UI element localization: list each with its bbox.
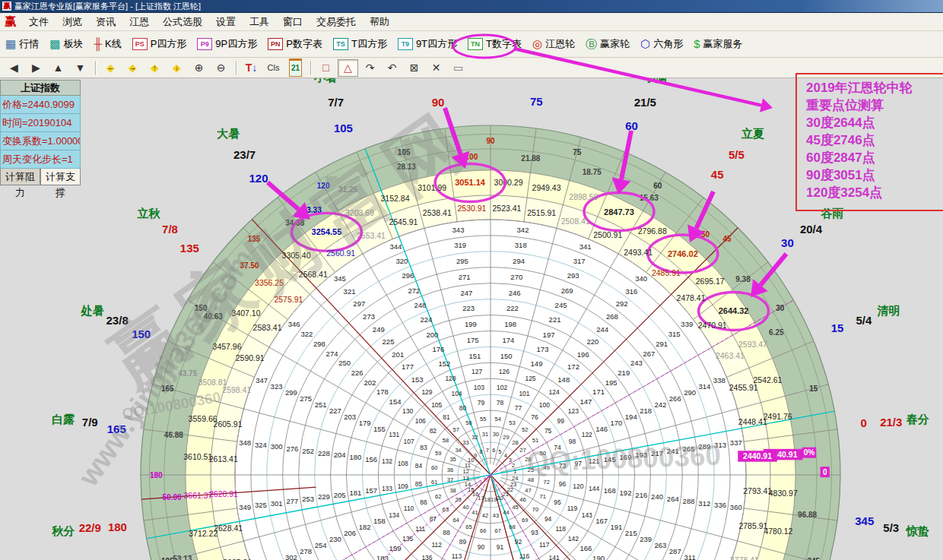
square-tool-button[interactable]: □ [316, 59, 336, 77]
svg-text:270: 270 [510, 273, 522, 281]
page-next-button[interactable]: ▶ [26, 59, 46, 77]
svg-text:3305.40: 3305.40 [282, 251, 311, 260]
t-square-button[interactable]: TST四方形 [328, 36, 392, 52]
menu-bar: 赢 文件浏览资讯江恩公式选股设置工具窗口交易委托帮助 [0, 13, 943, 31]
svg-text:39: 39 [455, 496, 461, 503]
zoom-out-button[interactable]: ⊖ [211, 59, 231, 77]
svg-text:325: 325 [255, 501, 267, 509]
svg-text:145: 145 [604, 455, 616, 464]
rotate-ccw-button[interactable]: ↶ [382, 59, 402, 77]
t-table-button[interactable]: TNT数字表 [462, 36, 527, 52]
cls-button[interactable]: Cls [263, 59, 284, 77]
svg-text:253: 253 [302, 495, 314, 503]
main-toolbar: ▦行情▩板块╫K线PSP四方形P99P四方形PNP数字表TST四方形T99T四方… [0, 31, 943, 58]
svg-text:7/8: 7/8 [162, 223, 178, 236]
hexagon-button[interactable]: ⬡六角形 [635, 36, 688, 52]
9t-square-button[interactable]: T99T四方形 [392, 36, 462, 52]
svg-text:167: 167 [595, 517, 608, 525]
menu-item-窗口[interactable]: 窗口 [276, 13, 310, 30]
toolbar-separator [236, 61, 237, 75]
svg-text:241: 241 [667, 447, 679, 455]
svg-text:195: 195 [161, 557, 174, 560]
t-down-button[interactable]: T↓ [241, 59, 262, 77]
menu-item-文件[interactable]: 文件 [22, 13, 56, 30]
svg-text:248: 248 [414, 301, 427, 309]
menu-item-工具[interactable]: 工具 [243, 13, 276, 30]
svg-text:60: 60 [431, 464, 437, 471]
calendar-button[interactable]: 21 [285, 59, 306, 77]
svg-text:110: 110 [404, 505, 414, 512]
shift-left-button[interactable]: ◆← [100, 59, 121, 77]
svg-text:246: 246 [509, 289, 521, 297]
svg-text:惊蛰: 惊蛰 [906, 524, 929, 537]
svg-text:107: 107 [403, 438, 414, 445]
svg-text:179: 179 [359, 419, 371, 427]
svg-text:3203.69: 3203.69 [345, 208, 374, 217]
svg-text:2590.91: 2590.91 [236, 353, 265, 362]
page-down-button[interactable]: ▼ [70, 59, 90, 77]
svg-text:小满: 小满 [643, 78, 667, 84]
p-table-button[interactable]: PNP数字表 [262, 36, 328, 52]
cross-tool-button[interactable]: ✕ [426, 59, 446, 77]
screen-tool-button[interactable]: ▭ [448, 59, 468, 77]
svg-text:206: 206 [344, 529, 356, 537]
svg-text:71: 71 [540, 493, 546, 500]
p-square-button-icon: PS [132, 38, 148, 50]
svg-text:19: 19 [491, 496, 497, 503]
shift-up-button[interactable]: ◆↑ [144, 59, 165, 77]
svg-text:3610.51: 3610.51 [183, 452, 212, 461]
shift-down-button[interactable]: ◆↓ [167, 59, 187, 77]
svg-text:174: 174 [502, 336, 514, 344]
menu-item-江恩[interactable]: 江恩 [122, 13, 156, 30]
p-square-button[interactable]: PSP四方形 [127, 36, 192, 52]
svg-text:130: 130 [402, 407, 413, 415]
shift-right-button[interactable]: ◆→ [122, 59, 143, 77]
big-wheel-icon: Ⓑ [586, 38, 597, 50]
menu-item-公式选股[interactable]: 公式选股 [156, 13, 209, 30]
kline-button[interactable]: ╫K线 [88, 36, 126, 52]
svg-text:73: 73 [559, 462, 567, 470]
svg-text:17: 17 [478, 495, 484, 501]
svg-text:23: 23 [510, 481, 516, 488]
svg-text:3254.55: 3254.55 [312, 227, 342, 236]
svg-text:321: 321 [344, 287, 356, 296]
svg-text:293: 293 [567, 271, 579, 280]
svg-text:33: 33 [462, 439, 468, 446]
winner-wheel-button[interactable]: Ⓑ赢家轮 [580, 36, 635, 52]
9p-square-button-label: 9P四方形 [215, 37, 257, 51]
page-up-button[interactable]: ▲ [48, 59, 68, 77]
svg-text:30: 30 [781, 236, 794, 249]
svg-text:87: 87 [430, 515, 437, 523]
svg-text:32: 32 [472, 434, 478, 441]
gann-wheel-button[interactable]: ◎江恩轮 [527, 36, 580, 52]
svg-text:35: 35 [449, 456, 456, 463]
svg-text:30: 30 [493, 431, 499, 438]
menu-item-帮助[interactable]: 帮助 [363, 13, 396, 30]
calc-resistance-button[interactable]: 计算阻力 [0, 169, 40, 185]
sectors-button[interactable]: ▩板块 [44, 36, 88, 52]
triangle-tool-button[interactable]: △ [338, 59, 358, 77]
svg-text:2598.41: 2598.41 [222, 385, 251, 394]
svg-text:244: 244 [596, 325, 608, 334]
svg-text:2695.17: 2695.17 [696, 277, 725, 286]
menu-item-设置[interactable]: 设置 [209, 13, 243, 30]
winner-service-button[interactable]: $赢家服务 [688, 36, 748, 52]
calc-support-button[interactable]: 计算支撑 [40, 169, 81, 185]
menu-item-交易委托[interactable]: 交易委托 [310, 13, 363, 30]
svg-text:5/3: 5/3 [883, 521, 899, 534]
quotes-button[interactable]: ▦行情 [0, 36, 44, 52]
svg-text:21.88: 21.88 [521, 154, 540, 163]
9p-square-button[interactable]: P99P四方形 [192, 36, 262, 52]
svg-text:6.25: 6.25 [769, 328, 784, 337]
grid-icon: ▦ [5, 38, 16, 50]
box-select-button[interactable]: ⊠ [404, 59, 424, 77]
svg-text:4: 4 [504, 452, 507, 459]
svg-text:203: 203 [344, 413, 356, 421]
zoom-in-button[interactable]: ⊕ [189, 59, 209, 77]
menu-item-浏览[interactable]: 浏览 [56, 13, 89, 30]
menu-item-资讯[interactable]: 资讯 [89, 13, 122, 30]
t-table-button-label: T数字表 [486, 37, 522, 51]
page-prev-button[interactable]: ◀ [4, 59, 24, 77]
svg-text:79: 79 [478, 399, 485, 407]
rotate-cw-button[interactable]: ↷ [360, 59, 380, 77]
